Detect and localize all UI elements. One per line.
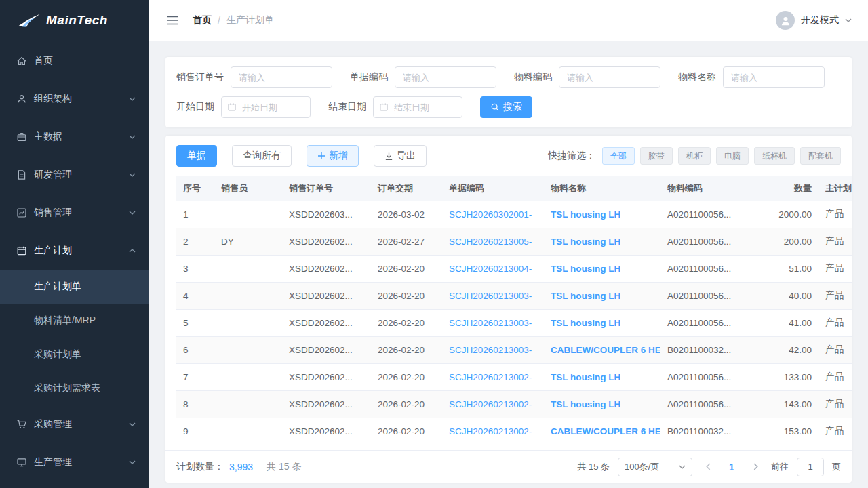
sidebar-item-purchase-mgmt[interactable]: 采购管理: [0, 405, 149, 443]
cell-qty: 51.00: [741, 255, 818, 282]
plan-qty-label: 计划数量：: [176, 461, 224, 473]
plan-qty-value: 3,993: [229, 462, 253, 472]
table-row[interactable]: 8XSDD202602...2026-02-20SCJH20260213002-…: [176, 390, 852, 418]
page-number[interactable]: 1: [724, 462, 740, 472]
doc-code-link[interactable]: SCJH20260213002-: [449, 426, 532, 436]
cell-salesperson: DY: [214, 228, 282, 255]
cell-plan-type: 产品: [818, 309, 852, 336]
quick-filter-button[interactable]: 电脑: [716, 147, 749, 165]
export-button[interactable]: 导出: [374, 145, 427, 167]
table-row[interactable]: 3XSDD202602...2026-02-20SCJH20260213004-…: [176, 255, 852, 282]
cell-index: 2: [176, 228, 214, 255]
quick-filter-button[interactable]: 机柜: [678, 147, 711, 165]
material-name-link[interactable]: TSL housing LH: [551, 264, 620, 274]
filter-field-end-date: 结束日期: [328, 96, 462, 118]
total-count: 共 15 条: [267, 461, 301, 473]
doc-button[interactable]: 单据: [176, 145, 217, 167]
column-header: 单据编码: [442, 176, 544, 201]
material-code-input[interactable]: [559, 66, 660, 88]
quick-filter-button[interactable]: 全部: [602, 147, 635, 165]
table-row[interactable]: 5XSDD202602...2026-02-20SCJH20260213003-…: [176, 309, 852, 336]
doc-code-link[interactable]: SCJH20260213005-: [449, 237, 532, 247]
sidebar-item-master-data[interactable]: 主数据: [0, 118, 149, 156]
sales-order-no-input[interactable]: [231, 66, 332, 88]
column-header: 物料名称: [544, 176, 660, 201]
quick-filter-button[interactable]: 纸杯机: [754, 147, 795, 165]
table-row[interactable]: 4XSDD202602...2026-02-20SCJH20260213003-…: [176, 282, 852, 309]
sidebar-item-home[interactable]: 首页: [0, 42, 149, 80]
material-name-link[interactable]: TSL housing LH: [551, 372, 620, 382]
production-plan-table: 序号销售员销售订单号订单交期单据编码物料名称物料编码数量主计划 1XSDD202…: [176, 176, 852, 445]
cart-icon: [16, 419, 27, 430]
sidebar-subitem-purchase-plan-demand[interactable]: 采购计划需求表: [0, 371, 149, 405]
sidebar-subitem-production-plan-order[interactable]: 生产计划单: [0, 270, 149, 304]
add-button[interactable]: 新增: [307, 145, 359, 167]
table-row[interactable]: 9XSDD202602...2026-02-20SCJH20260213002-…: [176, 418, 852, 445]
material-name-link[interactable]: TSL housing LH: [551, 399, 620, 409]
doc-code-link[interactable]: SCJH20260213004-: [449, 264, 532, 274]
sidebar-item-org[interactable]: 组织架构: [0, 80, 149, 118]
goto-page-input[interactable]: [797, 458, 824, 476]
material-name-link[interactable]: CABLEW/COUPLER 6 HE: [551, 426, 660, 436]
sidebar-item-label: 首页: [34, 55, 136, 67]
doc-code-link[interactable]: SCJH20260213003-: [449, 318, 532, 328]
cell-plan-type: 产品: [818, 255, 852, 282]
sidebar-subitem-purchase-plan-order[interactable]: 采购计划单: [0, 338, 149, 371]
brand-name: MainTech: [46, 13, 108, 28]
cell-qty: 143.00: [741, 390, 818, 418]
cell-order-no: XSDD202602...: [282, 282, 371, 309]
material-name-link[interactable]: CABLEW/COUPLER 6 HE: [551, 345, 660, 355]
doc-code-link[interactable]: SCJH20260213003-: [449, 291, 532, 301]
cell-material-code: A0201100056...: [660, 309, 741, 336]
sidebar-item-production-plan[interactable]: 生产计划: [0, 232, 149, 270]
quick-filter-button[interactable]: 配套机: [800, 147, 841, 165]
sidebar-subitem-label: 采购计划需求表: [34, 382, 100, 394]
cell-material-code: A0201100056...: [660, 201, 741, 228]
table-row[interactable]: 7XSDD202602...2026-02-20SCJH20260213002-…: [176, 363, 852, 390]
doc-code-link[interactable]: SCJH20260213002-: [449, 399, 532, 409]
sidebar-item-label: 研发管理: [34, 169, 129, 181]
pagination-bar: 计划数量： 3,993 共 15 条 共 15 条 100条/页 1: [165, 450, 852, 483]
doc-code-link[interactable]: SCJH20260213003-: [449, 345, 532, 355]
chevron-down-icon: [679, 465, 686, 469]
material-name-link[interactable]: TSL housing LH: [551, 209, 620, 220]
sidebar-item-sales-mgmt[interactable]: 销售管理: [0, 194, 149, 232]
cell-index: 6: [176, 336, 214, 363]
page-size-select[interactable]: 100条/页: [618, 458, 692, 476]
material-name-link[interactable]: TSL housing LH: [551, 237, 620, 247]
field-label: 物料编码: [514, 71, 552, 83]
doc-code-link[interactable]: SCJH20260213002-: [449, 372, 532, 382]
cell-due-date: 2026-02-20: [371, 390, 442, 418]
quick-filter-button[interactable]: 胶带: [640, 147, 673, 165]
search-button[interactable]: 搜索: [480, 96, 532, 118]
user-menu[interactable]: 开发模式: [776, 11, 852, 30]
table-row[interactable]: 2DYXSDD202602...2026-02-27SCJH2026021300…: [176, 228, 852, 255]
breadcrumb-home[interactable]: 首页: [193, 14, 212, 26]
filter-field-material-name: 物料名称: [678, 66, 825, 88]
filter-field-doc-code: 单据编码: [350, 66, 496, 88]
material-name-input[interactable]: [723, 66, 825, 88]
cell-due-date: 2026-02-20: [371, 336, 442, 363]
sidebar-subitem-bom-mrp[interactable]: 物料清单/MRP: [0, 304, 149, 338]
column-header: 销售员: [214, 176, 282, 201]
field-label: 结束日期: [328, 101, 366, 113]
next-page-button[interactable]: [748, 458, 763, 476]
search-icon: [490, 102, 500, 112]
material-name-link[interactable]: TSL housing LH: [551, 318, 620, 328]
table-panel: 单据 查询所有 新增 导出 快捷筛选： 全部胶带机柜电脑纸杯机配套机: [165, 136, 852, 483]
sidebar-item-rd-mgmt[interactable]: 研发管理: [0, 156, 149, 194]
doc-code-input[interactable]: [395, 66, 496, 88]
cell-due-date: 2026-02-20: [371, 363, 442, 390]
prev-page-button[interactable]: [701, 458, 715, 476]
doc-code-link[interactable]: SCJH20260302001-: [449, 209, 532, 220]
query-all-button[interactable]: 查询所有: [232, 145, 292, 167]
cell-plan-type: 产品: [818, 390, 852, 418]
sidebar-item-label: 采购管理: [34, 418, 129, 430]
hamburger-menu-icon[interactable]: [167, 16, 179, 25]
table-row[interactable]: 1XSDD202603...2026-03-02SCJH20260302001-…: [176, 201, 852, 228]
table-row[interactable]: 6XSDD202602...2026-02-20SCJH20260213003-…: [176, 336, 852, 363]
goto-unit: 页: [832, 461, 841, 473]
sidebar-item-production-mgmt[interactable]: 生产管理: [0, 443, 149, 481]
cell-order-no: XSDD202602...: [282, 418, 371, 445]
material-name-link[interactable]: TSL housing LH: [551, 291, 620, 301]
